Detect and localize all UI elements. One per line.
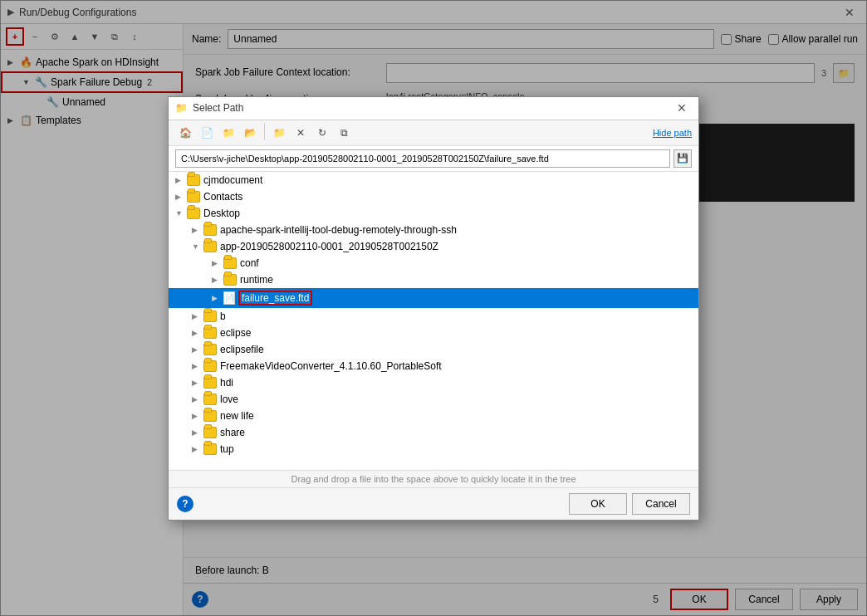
tree-item-app-folder[interactable]: ▼ app-20190528002110-0001_20190528T00215…: [169, 238, 698, 255]
tree-item-contacts[interactable]: ▶ Contacts: [169, 188, 698, 205]
item-label: love: [220, 394, 238, 405]
dialog-title: 📁 Select Path: [175, 102, 243, 114]
dialog-close-button[interactable]: ✕: [672, 100, 692, 116]
dialog-title-text: Select Path: [193, 102, 243, 114]
folder-icon-share: [203, 427, 217, 438]
item-label: Contacts: [203, 191, 242, 203]
item-label: Desktop: [203, 208, 240, 219]
folder-icon-b: [203, 310, 217, 322]
item-label: b: [220, 310, 226, 322]
select-path-dialog: 📁 Select Path ✕ 🏠 📄 📁 📂 📁 ✕ ↻ ⧉ Hide pat…: [168, 96, 699, 521]
item-label: share: [220, 427, 245, 438]
dialog-icon: 📁: [175, 102, 188, 114]
new-folder-button[interactable]: 📁: [218, 124, 238, 142]
dialog-bottom: ? OK Cancel: [169, 488, 698, 520]
item-label: FreemakeVideoConverter_4.1.10.60_Portabl…: [220, 360, 442, 372]
dialog-ok-button[interactable]: OK: [569, 493, 627, 515]
home-button[interactable]: 🏠: [175, 124, 195, 142]
tree-item-failure-save[interactable]: ▶ 📄 failure_save.ftd: [169, 288, 698, 308]
toolbar-separator: [264, 124, 265, 140]
item-label: new life: [220, 410, 254, 422]
expander-icon: ▶: [212, 276, 223, 284]
expander-icon: ▶: [212, 294, 223, 302]
expander-icon: ▶: [175, 176, 187, 184]
tree-item-apache-spark[interactable]: ▶ apache-spark-intellij-tool-debug-remot…: [169, 222, 698, 238]
tree-item-hdi[interactable]: ▶ hdi: [169, 374, 698, 391]
expander-icon: ▼: [175, 209, 187, 218]
tree-item-new-life[interactable]: ▶ new life: [169, 408, 698, 424]
folder-icon-eclipse: [203, 327, 217, 339]
item-label: eclipse: [220, 327, 251, 339]
save-path-button[interactable]: 💾: [674, 149, 692, 168]
item-label: conf: [240, 257, 259, 269]
folder-icon-love: [203, 394, 217, 405]
dialog-bottom-buttons: OK Cancel: [569, 493, 690, 515]
tree-item-eclipse[interactable]: ▶ eclipse: [169, 325, 698, 341]
folder-icon-runtime: [223, 274, 237, 286]
tree-item-tup[interactable]: ▶ tup: [169, 441, 698, 457]
back-button[interactable]: 📁: [269, 124, 289, 142]
expander-icon: ▶: [192, 412, 203, 420]
dialog-path-bar: 💾: [169, 146, 698, 172]
expander-icon: ▶: [192, 379, 203, 387]
item-label: tup: [220, 443, 234, 455]
dialog-help-button[interactable]: ?: [177, 496, 193, 512]
item-label: runtime: [240, 274, 273, 286]
expander-icon: ▶: [212, 259, 223, 267]
folder2-button[interactable]: 📂: [240, 124, 260, 142]
item-label: hdi: [220, 377, 233, 389]
folder-icon-new-life: [203, 410, 217, 422]
tree-item-freemake[interactable]: ▶ FreemakeVideoConverter_4.1.10.60_Porta…: [169, 358, 698, 374]
expander-icon: ▶: [192, 445, 203, 453]
expander-icon: ▶: [192, 345, 203, 354]
tree-item-love[interactable]: ▶ love: [169, 391, 698, 408]
tree-item-share[interactable]: ▶ share: [169, 424, 698, 441]
item-label: failure_save.ftd: [238, 291, 312, 306]
up-button[interactable]: 📄: [197, 124, 217, 142]
expander-icon: ▶: [192, 362, 203, 370]
expander-icon: ▶: [175, 193, 187, 201]
tree-item-eclipsefile[interactable]: ▶ eclipsefile: [169, 341, 698, 358]
tree-item-cjmdocument[interactable]: ▶ cjmdocument: [169, 172, 698, 188]
expander-icon: ▶: [192, 312, 203, 320]
copy-path-button[interactable]: ⧉: [334, 124, 354, 142]
question-mark: ?: [182, 498, 188, 510]
folder-icon-hdi: [203, 377, 217, 389]
expander-icon: ▶: [192, 329, 203, 337]
dialog-tree-area: ▶ cjmdocument ▶ Contacts ▼ Desktop ▶ apa…: [169, 172, 698, 471]
dialog-hint: Drag and drop a file into the space abov…: [169, 471, 698, 488]
tree-item-conf[interactable]: ▶ conf: [169, 255, 698, 271]
tree-item-b[interactable]: ▶ b: [169, 308, 698, 325]
folder-icon-conf: [223, 257, 237, 269]
dialog-path-input[interactable]: [175, 149, 670, 168]
item-label: apache-spark-intellij-tool-debug-remotel…: [220, 224, 457, 236]
folder-icon-cjmdocument: [187, 174, 200, 186]
folder-icon-eclipsefile: [203, 344, 217, 355]
expander-icon: ▶: [192, 395, 203, 403]
tree-item-runtime[interactable]: ▶ runtime: [169, 271, 698, 288]
expander-icon: ▼: [192, 242, 203, 251]
folder-icon-desktop: [187, 208, 200, 219]
tree-item-desktop[interactable]: ▼ Desktop: [169, 205, 698, 222]
item-label: app-20190528002110-0001_20190528T002150Z: [220, 241, 438, 252]
dialog-toolbar-left: 🏠 📄 📁 📂 📁 ✕ ↻ ⧉: [175, 124, 354, 142]
hide-path-link[interactable]: Hide path: [653, 128, 692, 138]
folder-icon-freemake: [203, 360, 217, 372]
item-label: eclipsefile: [220, 344, 264, 355]
dialog-cancel-button[interactable]: Cancel: [632, 493, 690, 515]
folder-icon-app: [203, 241, 217, 252]
file-icon-failure-save: 📄: [223, 291, 235, 305]
item-label: cjmdocument: [203, 174, 262, 186]
expander-icon: ▶: [192, 226, 203, 234]
delete-button[interactable]: ✕: [291, 124, 311, 142]
folder-icon-apache-spark: [203, 224, 217, 236]
expander-icon: ▶: [192, 428, 203, 437]
folder-icon-contacts: [187, 191, 200, 203]
refresh-button[interactable]: ↻: [312, 124, 332, 142]
modal-overlay: 📁 Select Path ✕ 🏠 📄 📁 📂 📁 ✕ ↻ ⧉ Hide pat…: [0, 0, 867, 616]
folder-icon-tup: [203, 443, 217, 455]
dialog-title-bar: 📁 Select Path ✕: [169, 97, 698, 120]
dialog-toolbar: 🏠 📄 📁 📂 📁 ✕ ↻ ⧉ Hide path: [169, 120, 698, 146]
